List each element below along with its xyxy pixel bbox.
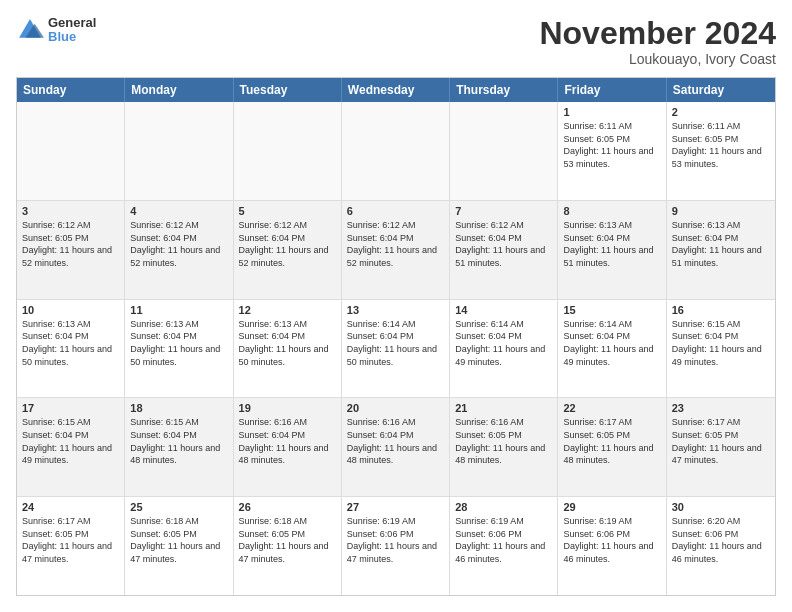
sunrise: Sunrise: 6:13 AM (130, 319, 199, 329)
cal-cell-day-18: 18Sunrise: 6:15 AMSunset: 6:04 PMDayligh… (125, 398, 233, 496)
daylight: Daylight: 11 hours and 48 minutes. (347, 443, 437, 466)
cell-info: Sunrise: 6:12 AMSunset: 6:04 PMDaylight:… (130, 219, 227, 269)
cal-cell-day-5: 5Sunrise: 6:12 AMSunset: 6:04 PMDaylight… (234, 201, 342, 299)
cal-cell-day-25: 25Sunrise: 6:18 AMSunset: 6:05 PMDayligh… (125, 497, 233, 595)
sunrise: Sunrise: 6:13 AM (22, 319, 91, 329)
daylight: Daylight: 11 hours and 51 minutes. (563, 245, 653, 268)
sunrise: Sunrise: 6:11 AM (672, 121, 741, 131)
calendar-body: 1Sunrise: 6:11 AMSunset: 6:05 PMDaylight… (17, 102, 775, 595)
cal-header-wednesday: Wednesday (342, 78, 450, 102)
day-number: 25 (130, 501, 227, 513)
cal-cell-day-29: 29Sunrise: 6:19 AMSunset: 6:06 PMDayligh… (558, 497, 666, 595)
day-number: 13 (347, 304, 444, 316)
daylight: Daylight: 11 hours and 46 minutes. (672, 541, 762, 564)
sunrise: Sunrise: 6:14 AM (563, 319, 632, 329)
sunset: Sunset: 6:04 PM (130, 331, 197, 341)
day-number: 23 (672, 402, 770, 414)
sunset: Sunset: 6:05 PM (239, 529, 306, 539)
sunset: Sunset: 6:05 PM (563, 134, 630, 144)
cell-info: Sunrise: 6:12 AMSunset: 6:05 PMDaylight:… (22, 219, 119, 269)
cell-info: Sunrise: 6:17 AMSunset: 6:05 PMDaylight:… (563, 416, 660, 466)
daylight: Daylight: 11 hours and 48 minutes. (563, 443, 653, 466)
day-number: 7 (455, 205, 552, 217)
cal-cell-day-19: 19Sunrise: 6:16 AMSunset: 6:04 PMDayligh… (234, 398, 342, 496)
sunrise: Sunrise: 6:19 AM (563, 516, 632, 526)
cal-cell-day-8: 8Sunrise: 6:13 AMSunset: 6:04 PMDaylight… (558, 201, 666, 299)
day-number: 26 (239, 501, 336, 513)
sunset: Sunset: 6:04 PM (347, 430, 414, 440)
sunset: Sunset: 6:04 PM (347, 331, 414, 341)
daylight: Daylight: 11 hours and 51 minutes. (672, 245, 762, 268)
cal-cell-empty (125, 102, 233, 200)
sunrise: Sunrise: 6:20 AM (672, 516, 741, 526)
sunset: Sunset: 6:04 PM (239, 430, 306, 440)
cell-info: Sunrise: 6:20 AMSunset: 6:06 PMDaylight:… (672, 515, 770, 565)
sunset: Sunset: 6:04 PM (239, 233, 306, 243)
cell-info: Sunrise: 6:16 AMSunset: 6:04 PMDaylight:… (347, 416, 444, 466)
cell-info: Sunrise: 6:14 AMSunset: 6:04 PMDaylight:… (455, 318, 552, 368)
cell-info: Sunrise: 6:13 AMSunset: 6:04 PMDaylight:… (239, 318, 336, 368)
day-number: 10 (22, 304, 119, 316)
cal-cell-day-1: 1Sunrise: 6:11 AMSunset: 6:05 PMDaylight… (558, 102, 666, 200)
daylight: Daylight: 11 hours and 52 minutes. (130, 245, 220, 268)
sunrise: Sunrise: 6:12 AM (347, 220, 416, 230)
sunrise: Sunrise: 6:17 AM (672, 417, 741, 427)
cal-cell-empty (234, 102, 342, 200)
day-number: 16 (672, 304, 770, 316)
daylight: Daylight: 11 hours and 47 minutes. (22, 541, 112, 564)
sunset: Sunset: 6:04 PM (455, 331, 522, 341)
page-title: November 2024 (539, 16, 776, 51)
cal-header-friday: Friday (558, 78, 666, 102)
cal-cell-day-16: 16Sunrise: 6:15 AMSunset: 6:04 PMDayligh… (667, 300, 775, 398)
cal-cell-day-3: 3Sunrise: 6:12 AMSunset: 6:05 PMDaylight… (17, 201, 125, 299)
sunset: Sunset: 6:04 PM (22, 331, 89, 341)
daylight: Daylight: 11 hours and 48 minutes. (239, 443, 329, 466)
daylight: Daylight: 11 hours and 50 minutes. (347, 344, 437, 367)
sunrise: Sunrise: 6:14 AM (347, 319, 416, 329)
day-number: 5 (239, 205, 336, 217)
daylight: Daylight: 11 hours and 48 minutes. (455, 443, 545, 466)
daylight: Daylight: 11 hours and 49 minutes. (563, 344, 653, 367)
day-number: 30 (672, 501, 770, 513)
cal-cell-day-2: 2Sunrise: 6:11 AMSunset: 6:05 PMDaylight… (667, 102, 775, 200)
day-number: 15 (563, 304, 660, 316)
cal-cell-day-9: 9Sunrise: 6:13 AMSunset: 6:04 PMDaylight… (667, 201, 775, 299)
cal-cell-day-7: 7Sunrise: 6:12 AMSunset: 6:04 PMDaylight… (450, 201, 558, 299)
cell-info: Sunrise: 6:13 AMSunset: 6:04 PMDaylight:… (130, 318, 227, 368)
day-number: 20 (347, 402, 444, 414)
sunset: Sunset: 6:04 PM (563, 233, 630, 243)
day-number: 9 (672, 205, 770, 217)
daylight: Daylight: 11 hours and 50 minutes. (239, 344, 329, 367)
daylight: Daylight: 11 hours and 47 minutes. (672, 443, 762, 466)
day-number: 24 (22, 501, 119, 513)
sunset: Sunset: 6:04 PM (22, 430, 89, 440)
daylight: Daylight: 11 hours and 53 minutes. (563, 146, 653, 169)
cal-cell-day-10: 10Sunrise: 6:13 AMSunset: 6:04 PMDayligh… (17, 300, 125, 398)
daylight: Daylight: 11 hours and 49 minutes. (672, 344, 762, 367)
sunrise: Sunrise: 6:13 AM (672, 220, 741, 230)
sunset: Sunset: 6:05 PM (563, 430, 630, 440)
cal-header-saturday: Saturday (667, 78, 775, 102)
day-number: 29 (563, 501, 660, 513)
daylight: Daylight: 11 hours and 48 minutes. (130, 443, 220, 466)
day-number: 8 (563, 205, 660, 217)
cell-info: Sunrise: 6:18 AMSunset: 6:05 PMDaylight:… (130, 515, 227, 565)
day-number: 14 (455, 304, 552, 316)
cell-info: Sunrise: 6:14 AMSunset: 6:04 PMDaylight:… (347, 318, 444, 368)
sunset: Sunset: 6:06 PM (455, 529, 522, 539)
calendar-header: SundayMondayTuesdayWednesdayThursdayFrid… (17, 78, 775, 102)
cal-cell-day-15: 15Sunrise: 6:14 AMSunset: 6:04 PMDayligh… (558, 300, 666, 398)
sunrise: Sunrise: 6:12 AM (130, 220, 199, 230)
cal-week-1: 1Sunrise: 6:11 AMSunset: 6:05 PMDaylight… (17, 102, 775, 201)
cell-info: Sunrise: 6:12 AMSunset: 6:04 PMDaylight:… (239, 219, 336, 269)
cell-info: Sunrise: 6:15 AMSunset: 6:04 PMDaylight:… (672, 318, 770, 368)
sunset: Sunset: 6:05 PM (672, 134, 739, 144)
cal-cell-day-28: 28Sunrise: 6:19 AMSunset: 6:06 PMDayligh… (450, 497, 558, 595)
cell-info: Sunrise: 6:13 AMSunset: 6:04 PMDaylight:… (672, 219, 770, 269)
sunrise: Sunrise: 6:16 AM (239, 417, 308, 427)
cal-cell-day-12: 12Sunrise: 6:13 AMSunset: 6:04 PMDayligh… (234, 300, 342, 398)
cell-info: Sunrise: 6:13 AMSunset: 6:04 PMDaylight:… (22, 318, 119, 368)
cal-header-monday: Monday (125, 78, 233, 102)
sunset: Sunset: 6:04 PM (672, 331, 739, 341)
sunrise: Sunrise: 6:16 AM (347, 417, 416, 427)
